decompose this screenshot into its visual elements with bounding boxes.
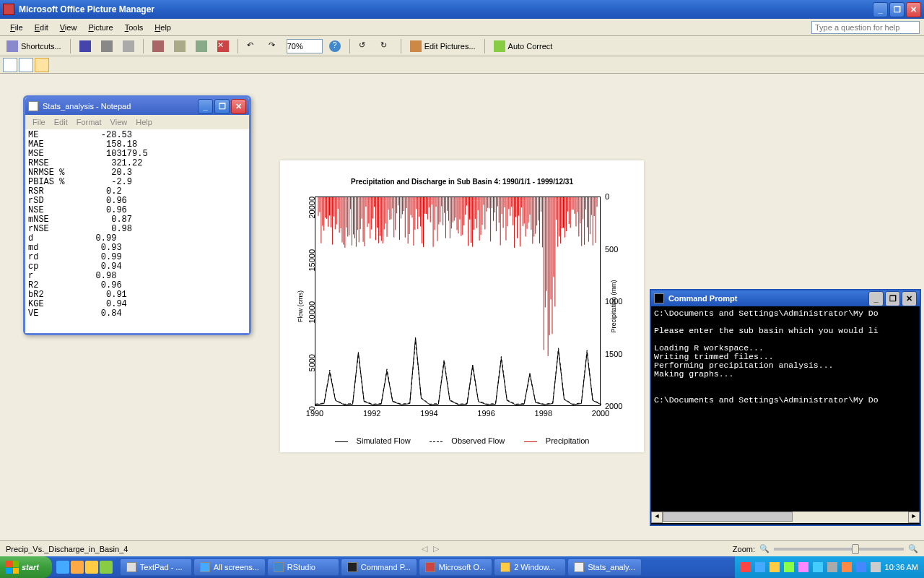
tray-icon[interactable]: [827, 562, 837, 572]
workspace: Stats_analysis - Notepad _ ❐ ✕ File Edit…: [0, 74, 924, 540]
zoom-out-icon[interactable]: 🔍: [759, 544, 770, 553]
notepad-menu-help[interactable]: Help: [131, 116, 157, 128]
tray-icon[interactable]: [784, 562, 794, 572]
mail-icon[interactable]: [119, 38, 138, 54]
notepad-menu-view[interactable]: View: [106, 116, 132, 128]
main-titlebar: Microsoft Office Picture Manager _ ❐ ✕: [0, 0, 924, 19]
windows-logo-icon: [6, 561, 19, 574]
tray-icon[interactable]: [871, 562, 881, 572]
undo-icon[interactable]: ↶: [243, 38, 262, 54]
minimize-button[interactable]: _: [873, 2, 888, 17]
cmd-title: Command Prompt: [668, 294, 868, 303]
scroll-left-icon[interactable]: ◄: [651, 512, 663, 523]
zoom-in-icon[interactable]: 🔍: [908, 544, 918, 553]
notepad-menu-edit[interactable]: Edit: [50, 116, 72, 128]
tray-icon[interactable]: [842, 562, 852, 572]
ql-ie-icon[interactable]: [56, 561, 69, 574]
plot-area: [315, 197, 601, 406]
menu-file[interactable]: File: [4, 20, 29, 35]
cut-icon[interactable]: [149, 38, 167, 54]
print-icon[interactable]: [97, 38, 116, 54]
ql-explorer-icon[interactable]: [85, 561, 98, 574]
task-buttons: TextPad - ...All screens...RStudioComman…: [117, 558, 735, 576]
cmd-scrollbar[interactable]: ◄ ►: [651, 512, 920, 523]
notepad-maximize-button[interactable]: ❐: [214, 99, 230, 114]
viewbar: [0, 56, 924, 74]
command-prompt-window[interactable]: Command Prompt _ ❐ ✕ C:\Documents and Se…: [650, 289, 921, 526]
task-button[interactable]: TextPad - ...: [120, 558, 192, 576]
quick-launch: [52, 561, 117, 574]
start-button[interactable]: start: [0, 556, 52, 578]
chart-title: Precipitation and Discharge in Sub Basin…: [280, 160, 644, 186]
toolbar: Shortcuts... ✕ ↶ ↷ ? ↺ ↻ Edit Pictures..…: [0, 36, 924, 56]
task-button[interactable]: Microsoft O...: [419, 558, 492, 576]
menu-help[interactable]: Help: [149, 20, 177, 35]
tray-icon[interactable]: [798, 562, 808, 572]
zoom-label: Zoom:: [733, 545, 755, 553]
prev-image-icon[interactable]: ◁: [422, 544, 427, 553]
scroll-right-icon[interactable]: ►: [908, 512, 920, 523]
notepad-menu-file[interactable]: File: [28, 116, 50, 128]
rotate-left-icon[interactable]: ↺: [355, 38, 374, 54]
tray-icon[interactable]: [741, 562, 751, 572]
cmd-icon: [654, 293, 664, 303]
cmd-titlebar[interactable]: Command Prompt _ ❐ ✕: [651, 290, 920, 306]
help-icon[interactable]: ?: [326, 38, 344, 54]
menu-picture[interactable]: Picture: [82, 20, 118, 35]
task-button[interactable]: 2 Window...: [494, 558, 566, 576]
cmd-minimize-button[interactable]: _: [868, 291, 884, 306]
notepad-minimize-button[interactable]: _: [198, 99, 213, 114]
paste-icon[interactable]: [192, 38, 211, 54]
system-tray: 10:36 AM: [735, 556, 924, 578]
status-filename: Precip_Vs._Discharge_in_Basin_4: [6, 545, 128, 553]
next-image-icon[interactable]: ▷: [433, 544, 439, 553]
help-search-input[interactable]: [811, 21, 920, 34]
notepad-title: Stats_analysis - Notepad: [43, 102, 198, 111]
y-ticks-left: 05000100001500020000: [295, 197, 313, 406]
app-title: Microsoft Office Picture Manager: [19, 4, 873, 14]
ql-desktop-icon[interactable]: [100, 561, 113, 574]
auto-correct-button[interactable]: Auto Correct: [490, 38, 557, 54]
task-button[interactable]: RStudio: [267, 558, 339, 576]
menu-edit[interactable]: Edit: [29, 20, 54, 35]
save-icon[interactable]: [76, 38, 95, 54]
shortcuts-button[interactable]: Shortcuts...: [3, 38, 65, 54]
copy-icon[interactable]: [170, 38, 189, 54]
menu-tools[interactable]: Tools: [119, 20, 149, 35]
thumbnail-view-icon[interactable]: [3, 58, 17, 72]
close-button[interactable]: ✕: [906, 2, 921, 17]
menu-view[interactable]: View: [54, 20, 83, 35]
zoom-select[interactable]: [287, 39, 323, 53]
notepad-titlebar[interactable]: Stats_analysis - Notepad _ ❐ ✕: [25, 98, 249, 115]
notepad-menu-format[interactable]: Format: [72, 116, 106, 128]
task-button[interactable]: Stats_analy...: [567, 558, 642, 576]
scroll-thumb[interactable]: [663, 512, 793, 522]
ql-firefox-icon[interactable]: [71, 561, 84, 574]
cmd-close-button[interactable]: ✕: [902, 291, 917, 306]
notepad-window[interactable]: Stats_analysis - Notepad _ ❐ ✕ File Edit…: [23, 95, 251, 335]
edit-pictures-button[interactable]: Edit Pictures...: [406, 38, 479, 54]
delete-icon[interactable]: ✕: [214, 38, 232, 54]
clock[interactable]: 10:36 AM: [885, 563, 918, 571]
notepad-body[interactable]: ME -28.53 MAE 158.18 MSE 103179.5 RMSE 3…: [25, 129, 249, 333]
rotate-right-icon[interactable]: ↻: [377, 38, 396, 54]
tray-icon[interactable]: [813, 562, 823, 572]
chart-image: Precipitation and Discharge in Sub Basin…: [280, 160, 644, 452]
y-ticks-right: 0500100015002000: [603, 197, 622, 406]
tray-icon[interactable]: [755, 562, 765, 572]
zoom-slider[interactable]: [774, 548, 904, 551]
redo-icon[interactable]: ↷: [265, 38, 284, 54]
task-button[interactable]: Command P...: [341, 558, 417, 576]
maximize-button[interactable]: ❐: [889, 2, 905, 17]
task-button[interactable]: All screens...: [193, 558, 266, 576]
single-view-icon[interactable]: [35, 58, 49, 72]
tray-icon[interactable]: [770, 562, 780, 572]
cmd-maximize-button[interactable]: ❐: [885, 291, 900, 306]
tray-icon[interactable]: [856, 562, 866, 572]
cmd-body[interactable]: C:\Documents and Settings\Administrator\…: [651, 306, 920, 512]
filmstrip-view-icon[interactable]: [19, 58, 33, 72]
notepad-close-button[interactable]: ✕: [231, 99, 246, 114]
statusbar: Precip_Vs._Discharge_in_Basin_4 ◁ ▷ Zoom…: [0, 540, 924, 556]
nav-arrows: ◁ ▷: [422, 544, 439, 553]
app-icon: [3, 4, 14, 15]
